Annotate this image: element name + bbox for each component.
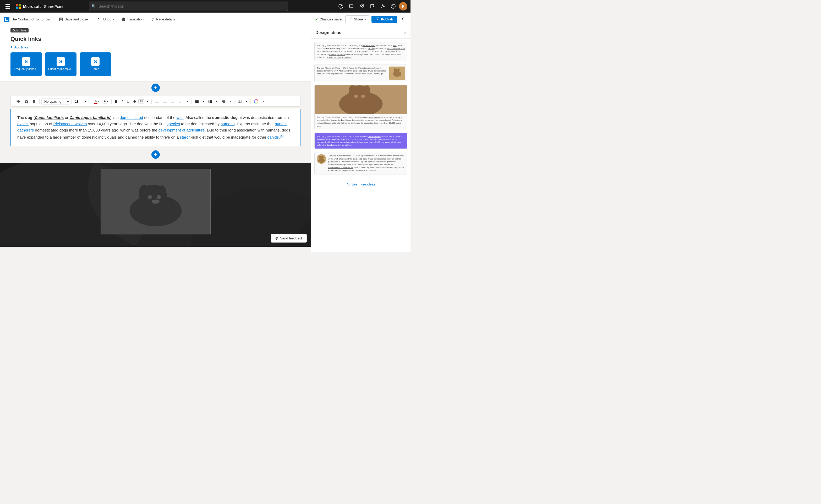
bullet-list-button[interactable] [193,99,200,104]
design-idea-5[interactable]: The dog (Canis familiaris → Canis lupus … [314,152,407,174]
indent-button[interactable] [220,99,227,104]
move-icon[interactable] [15,98,22,104]
strikethrough-button[interactable]: S [132,98,137,105]
design-idea-2-text: The dog (Canis familiaris → Canis lupus … [317,67,388,75]
color-caret[interactable]: ▾ [261,99,265,104]
superscript-button[interactable]: 99 [138,99,144,103]
copy-icon[interactable] [23,98,30,104]
svg-rect-35 [179,100,182,100]
align-center-button[interactable] [161,99,168,104]
svg-rect-33 [172,101,174,101]
number-caret[interactable]: ▾ [215,99,219,104]
align-right-button[interactable] [169,99,176,104]
color-wheel-button[interactable] [253,98,260,105]
page-details-button[interactable]: Page details [148,16,178,23]
design-idea-4[interactable]: The dog (Canis familiaris → Canis lupus … [314,133,407,149]
svg-point-62 [156,195,161,199]
share-button[interactable]: Share ▾ [345,15,369,23]
top-navigation: Microsoft SharePoint 🔍 P [0,0,411,13]
svg-rect-34 [171,102,174,102]
design-idea-2-content: The dog (Canis familiaris → Canis lupus … [315,64,407,82]
flag-icon[interactable] [368,2,377,11]
align-caret[interactable]: ▾ [185,99,189,104]
svg-rect-6 [6,8,7,9]
quick-link-card-2[interactable]: S Priorities [Sample... [45,52,76,76]
link-canids[interactable]: canids.[4] [267,135,283,139]
svg-rect-47 [210,101,212,102]
design-ideas-list: The dog (Canis familiaris → Canis famili… [311,39,411,178]
svg-rect-26 [155,100,159,100]
image-placeholder: Send feedback [0,163,311,247]
font-color-button[interactable]: A ▾ [92,98,100,105]
bold-button[interactable]: B [113,98,119,105]
svg-point-80 [322,156,324,158]
font-size-caret[interactable]: ▾ [83,98,88,105]
search-input[interactable] [89,2,288,11]
svg-rect-28 [155,102,159,102]
content-area[interactable]: Quick links Quick links + Add links S Fr… [0,26,311,252]
question-icon[interactable] [388,2,398,11]
waffle-menu-button[interactable] [3,2,13,11]
microsoft-logo[interactable]: Microsoft [16,4,41,9]
table-caret[interactable]: ▾ [244,99,249,104]
table-button[interactable] [236,99,243,104]
link-development[interactable]: development of agriculture [158,128,205,132]
people-icon[interactable] [357,2,366,11]
underline-button[interactable]: U [125,98,131,105]
design-idea-1[interactable]: The dog (Canis familiaris → Canis famili… [314,42,407,61]
collapse-button[interactable] [399,16,406,23]
add-section-button-1[interactable]: + [151,84,160,92]
bullet-caret[interactable]: ▾ [201,99,206,104]
translation-button[interactable]: Translation [119,16,146,23]
quick-link-card-3[interactable]: S Home [80,52,111,76]
link-pleistocene[interactable]: Pleistocene wolves [53,122,87,126]
link-starch[interactable]: starch [180,135,190,139]
font-size-input[interactable]: 18 [71,99,82,104]
design-idea-3[interactable]: The dog (Canis familiaris → Canis lupus … [314,85,407,129]
link-wolf[interactable]: wolf [177,115,184,120]
see-more-ideas-button[interactable]: ↻ See more ideas [311,179,411,190]
delete-icon[interactable] [31,98,37,104]
link-extinct[interactable]: extinct [17,122,29,126]
italic-button[interactable]: I [120,98,124,105]
publish-button[interactable]: Publish [371,16,397,23]
svg-text:3.: 3. [208,102,209,103]
justify-button[interactable] [177,99,184,104]
design-idea-5-content: The dog (Canis familiaris → Canis lupus … [315,152,407,174]
design-idea-5-text: The dog (Canis familiaris → Canis lupus … [328,154,405,172]
add-links-button[interactable]: + Add links [10,45,300,49]
user-avatar[interactable]: P [399,2,407,10]
add-section-button-2[interactable]: + [151,150,160,159]
style-select[interactable]: No spacing Normal Heading 1 Heading 2 [41,98,70,105]
design-panel-close-button[interactable]: × [404,30,406,35]
save-close-button[interactable]: Save and close ▾ [57,16,93,23]
svg-point-79 [319,155,321,158]
svg-rect-36 [179,101,182,101]
superscript-caret[interactable]: ▾ [145,99,150,104]
undo-button[interactable]: Undo ▾ [95,16,117,23]
send-feedback-button[interactable]: Send feedback [271,234,307,243]
add-section-row-2: + [0,148,311,161]
link-humans[interactable]: humans [221,122,234,126]
quick-link-icon-2: S [57,57,65,66]
quick-link-label-2: Priorities [Sample... [48,67,73,71]
text-editor[interactable]: The dog (Canis familiaris or Canis lupus… [10,109,300,146]
svg-point-38 [195,100,196,101]
fmt-divider-1 [39,99,40,104]
help-ring-icon[interactable] [336,2,346,11]
link-domesticated[interactable]: domesticated [120,115,143,120]
page-title: The Contoso of Tomorrow [11,17,50,21]
page-icon [4,17,9,22]
comment-icon[interactable] [347,2,356,11]
refresh-icon: ↻ [346,182,350,187]
design-idea-2[interactable]: The dog (Canis familiaris → Canis lupus … [314,64,407,82]
align-left-button[interactable] [154,99,160,104]
svg-point-21 [351,18,352,19]
svg-rect-7 [7,8,9,9]
number-list-button[interactable]: 1.2.3. [207,99,214,104]
indent-caret[interactable]: ▾ [228,99,232,104]
settings-icon[interactable] [378,2,387,11]
highlight-button[interactable]: A ▾ [101,98,110,105]
quick-link-card-1[interactable]: S Frequently asked... [10,52,42,76]
link-species[interactable]: species [167,122,180,126]
